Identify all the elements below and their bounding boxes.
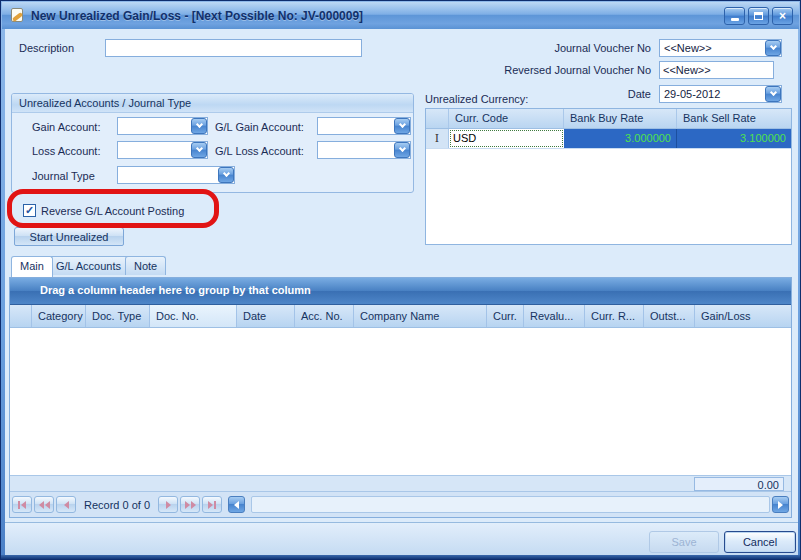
- hscroll-right-button[interactable]: [772, 496, 789, 513]
- reversed-journal-voucher-label: Reversed Journal Voucher No: [431, 64, 651, 76]
- horizontal-scrollbar[interactable]: [251, 496, 770, 513]
- gl-gain-account-combobox[interactable]: [317, 117, 411, 135]
- bank-sell-rate-cell[interactable]: 3.100000: [677, 129, 791, 148]
- journal-voucher-label: Journal Voucher No: [461, 42, 651, 54]
- journal-type-combobox[interactable]: [117, 166, 235, 184]
- last-record-button[interactable]: [202, 496, 222, 513]
- loss-account-label: Loss Account:: [32, 145, 101, 157]
- description-label: Description: [19, 42, 74, 54]
- column-header-gain-loss[interactable]: Gain/Loss: [695, 305, 791, 327]
- title-bar: New Unrealized Gain/Loss - [Next Possibl…: [2, 2, 799, 29]
- chevron-down-icon[interactable]: [765, 86, 781, 102]
- tab-main[interactable]: Main: [11, 256, 53, 277]
- maximize-icon: [754, 12, 763, 20]
- description-input[interactable]: [105, 39, 362, 57]
- column-header-outstanding[interactable]: Outst...: [644, 305, 695, 327]
- minimize-icon: [731, 18, 739, 21]
- scroll-right-icon: [778, 501, 783, 509]
- gain-account-combobox[interactable]: [117, 117, 208, 135]
- unrealized-currency-label: Unrealized Currency:: [425, 93, 528, 105]
- document-icon: [10, 8, 25, 23]
- journal-type-label: Journal Type: [32, 170, 95, 182]
- grid-empty-body: [10, 328, 791, 475]
- minimize-button[interactable]: [724, 7, 745, 25]
- hscroll-left-button[interactable]: [228, 496, 245, 513]
- first-record-button[interactable]: [12, 496, 32, 513]
- scroll-left-icon: [234, 501, 239, 509]
- reverse-gl-posting-checkbox[interactable]: ✓: [23, 204, 36, 217]
- first-icon: [18, 501, 20, 509]
- dialog-window: New Unrealized Gain/Loss - [Next Possibl…: [0, 0, 801, 560]
- chevron-down-icon[interactable]: [191, 118, 207, 134]
- gain-loss-total: 0.00: [694, 477, 784, 491]
- start-unrealized-button[interactable]: Start Unrealized: [14, 227, 124, 246]
- column-header-bank-sell-rate[interactable]: Bank Sell Rate: [677, 109, 791, 128]
- last-icon: [208, 501, 213, 509]
- right-icon: [166, 501, 171, 509]
- record-status: Record 0 of 0: [78, 499, 156, 511]
- row-indicator-header: [10, 305, 32, 327]
- left-icon: [64, 501, 69, 509]
- date-label: Date: [551, 88, 651, 100]
- record-navigator: Record 0 of 0: [10, 492, 791, 517]
- currency-grid: Curr. Code Bank Buy Rate Bank Sell Rate …: [425, 108, 792, 245]
- close-icon: ×: [779, 10, 786, 22]
- column-header-bank-buy-rate[interactable]: Bank Buy Rate: [564, 109, 677, 128]
- journal-voucher-combobox[interactable]: <<New>>: [659, 39, 782, 57]
- column-header-curr[interactable]: Curr.: [487, 305, 524, 327]
- footer-bar: Save Cancel: [5, 522, 798, 557]
- window-frame-bottom: [1, 555, 800, 559]
- chevron-down-icon[interactable]: [765, 40, 781, 56]
- double-right-icon: [185, 501, 190, 509]
- currency-row-usd[interactable]: I USD 3.000000 3.100000: [426, 129, 791, 149]
- column-header-curr-code[interactable]: Curr. Code: [449, 109, 564, 128]
- groupbox-title: Unrealized Accounts / Journal Type: [12, 94, 413, 113]
- bank-buy-rate-cell[interactable]: 3.000000: [564, 129, 677, 148]
- currency-grid-header: Curr. Code Bank Buy Rate Bank Sell Rate: [426, 109, 791, 129]
- chevron-down-icon[interactable]: [394, 118, 410, 134]
- column-header-revaluation[interactable]: Revalu...: [524, 305, 585, 327]
- prev-page-button[interactable]: [34, 496, 54, 513]
- journal-voucher-value: <<New>>: [660, 42, 765, 54]
- cancel-button[interactable]: Cancel: [724, 531, 796, 553]
- chevron-down-icon[interactable]: [191, 142, 207, 158]
- gl-loss-account-label: G/L Loss Account:: [215, 145, 304, 157]
- row-indicator-header: [426, 109, 449, 128]
- maximize-button[interactable]: [748, 7, 769, 25]
- check-icon: ✓: [25, 205, 34, 216]
- documents-grid-header: Category Doc. Type Doc. No. Date Acc. No…: [10, 305, 791, 328]
- column-header-date[interactable]: Date: [237, 305, 295, 327]
- grid-summary-row: 0.00: [10, 475, 791, 492]
- date-value: 29-05-2012: [660, 88, 765, 100]
- currency-code-cell[interactable]: USD: [449, 129, 564, 148]
- tab-gl-accounts[interactable]: G/L Accounts: [47, 256, 130, 275]
- loss-account-combobox[interactable]: [117, 141, 208, 159]
- gain-account-label: Gain Account:: [32, 121, 101, 133]
- tab-note[interactable]: Note: [125, 256, 166, 275]
- column-header-acc-no[interactable]: Acc. No.: [295, 305, 354, 327]
- unrealized-accounts-groupbox: Unrealized Accounts / Journal Type Gain …: [11, 93, 414, 193]
- column-header-category[interactable]: Category: [32, 305, 86, 327]
- date-combobox[interactable]: 29-05-2012: [659, 85, 782, 103]
- close-button[interactable]: ×: [772, 7, 793, 25]
- column-header-doc-type[interactable]: Doc. Type: [86, 305, 150, 327]
- gl-gain-account-label: G/L Gain Account:: [215, 121, 304, 133]
- next-record-button[interactable]: [158, 496, 178, 513]
- documents-grid: Drag a column header here to group by th…: [9, 277, 792, 518]
- chevron-down-icon[interactable]: [218, 167, 234, 183]
- chevron-down-icon[interactable]: [394, 142, 410, 158]
- group-by-panel[interactable]: Drag a column header here to group by th…: [10, 278, 791, 305]
- save-button[interactable]: Save: [649, 531, 719, 553]
- gl-loss-account-combobox[interactable]: [317, 141, 411, 159]
- column-header-company-name[interactable]: Company Name: [354, 305, 487, 327]
- edit-indicator-icon: I: [426, 129, 449, 148]
- reverse-gl-posting-label: Reverse G/L Account Posting: [41, 205, 184, 217]
- prev-record-button[interactable]: [56, 496, 76, 513]
- reversed-journal-voucher-input[interactable]: [659, 61, 774, 79]
- column-header-curr-rate[interactable]: Curr. R...: [585, 305, 644, 327]
- double-left-icon: [39, 501, 44, 509]
- next-page-button[interactable]: [180, 496, 200, 513]
- column-header-doc-no[interactable]: Doc. No.: [150, 305, 237, 327]
- window-title: New Unrealized Gain/Loss - [Next Possibl…: [31, 9, 724, 23]
